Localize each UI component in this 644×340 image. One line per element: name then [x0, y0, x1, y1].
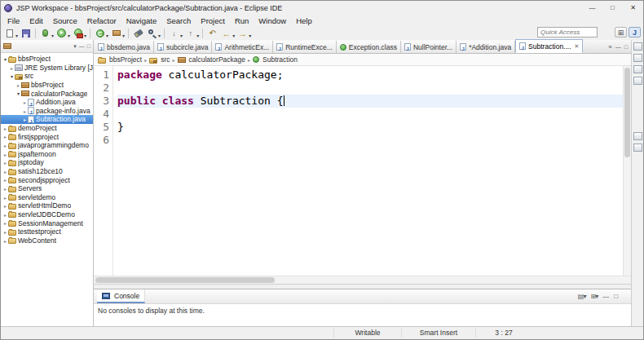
- close-icon[interactable]: ✕: [575, 43, 580, 50]
- menu-file[interactable]: File: [2, 16, 24, 25]
- vertical-scrollbar[interactable]: [623, 66, 631, 276]
- expand-arrow-icon[interactable]: [2, 151, 8, 158]
- chevron-down-icon[interactable]: [232, 26, 235, 41]
- menu-help[interactable]: Help: [291, 16, 317, 25]
- expand-arrow-icon[interactable]: [2, 142, 8, 149]
- editor-tab-bbsdemo[interactable]: bbsdemo.java: [95, 41, 154, 53]
- chevron-down-icon[interactable]: [249, 26, 251, 41]
- quick-access-input[interactable]: [537, 27, 598, 38]
- chevron-down-icon[interactable]: [68, 26, 70, 41]
- scrollbar-thumb[interactable]: [95, 277, 275, 283]
- minimize-button[interactable]: —: [582, 1, 602, 15]
- line-number[interactable]: 1: [94, 68, 109, 82]
- menu-source[interactable]: Source: [48, 16, 82, 25]
- breadcrumb-item-class[interactable]: Subtraction: [253, 55, 298, 64]
- expand-arrow-icon[interactable]: [2, 237, 8, 245]
- forward-button[interactable]: [236, 27, 252, 39]
- last-edit-location-button[interactable]: [205, 27, 219, 39]
- menu-navigate[interactable]: Navigate: [121, 16, 162, 25]
- tree-item-webcontent[interactable]: WebContent: [1, 236, 93, 245]
- tree-item-servletjdbcdemo[interactable]: servletJDBCDemo: [1, 210, 93, 219]
- open-perspective-icon[interactable]: [615, 27, 627, 38]
- line-number[interactable]: 4: [94, 108, 109, 121]
- chevron-down-icon[interactable]: [51, 26, 54, 41]
- menu-search[interactable]: Search: [161, 16, 196, 25]
- expand-arrow-icon[interactable]: [2, 168, 8, 175]
- tree-item-src[interactable]: src: [1, 72, 93, 81]
- chevron-down-icon[interactable]: [84, 26, 86, 41]
- line-number[interactable]: 2: [94, 82, 109, 95]
- collapse-arrow-icon[interactable]: [2, 55, 8, 63]
- expand-arrow-icon[interactable]: [9, 64, 15, 72]
- new-wizard-button[interactable]: [2, 27, 19, 39]
- expand-arrow-icon[interactable]: [2, 211, 8, 219]
- tree-item-calculatorpackage[interactable]: calculatorPackage: [1, 89, 93, 98]
- tree-item-servers[interactable]: Servers: [1, 184, 93, 193]
- line-number[interactable]: 6: [94, 134, 109, 147]
- expand-arrow-icon[interactable]: [2, 176, 8, 183]
- restore-pane-icon[interactable]: [633, 42, 642, 51]
- snippets-view-icon[interactable]: [633, 77, 642, 85]
- tree-item-firstjspproject[interactable]: firstjspproject: [1, 132, 93, 141]
- expand-arrow-icon[interactable]: [2, 202, 8, 210]
- tree-item-satish12bce10[interactable]: satish12bce10: [1, 167, 93, 176]
- scrollbar-thumb[interactable]: [624, 68, 630, 157]
- code-line-3[interactable]: public class Subtraction {: [117, 95, 623, 108]
- maximize-editor-icon[interactable]: [624, 44, 628, 50]
- editor-tab-runtimeexce[interactable]: RuntimeExce...: [273, 41, 337, 53]
- caret-position-status[interactable]: 3 : 27: [475, 329, 532, 338]
- tree-item-jsptoday[interactable]: jsptoday: [1, 158, 93, 167]
- tree-item-subtraction-java[interactable]: Subtraction.java: [1, 115, 93, 124]
- debug-button[interactable]: [38, 27, 55, 39]
- expand-arrow-icon[interactable]: [2, 133, 8, 140]
- maximize-console-icon[interactable]: [614, 293, 618, 300]
- new-java-class-button[interactable]: [93, 27, 109, 39]
- expand-arrow-icon[interactable]: [2, 159, 8, 166]
- tree-item-bbsproject[interactable]: bbsProject: [1, 55, 93, 64]
- tree-item-jspafternoon[interactable]: jspafternoon: [1, 150, 93, 159]
- open-task-button[interactable]: [131, 27, 145, 39]
- collapse-arrow-icon[interactable]: [15, 90, 21, 97]
- javaee-perspective-icon[interactable]: [629, 27, 641, 38]
- maximize-view-icon[interactable]: [87, 43, 90, 49]
- tree-item-addition-java[interactable]: Addition.java: [1, 98, 93, 107]
- run-external-tools-button[interactable]: [71, 27, 87, 39]
- minimize-console-icon[interactable]: [602, 293, 609, 300]
- view-menu-icon[interactable]: [73, 43, 77, 49]
- code-line-4[interactable]: [117, 108, 623, 121]
- code-line-2[interactable]: [117, 82, 623, 95]
- previous-annotation-button[interactable]: [183, 27, 200, 39]
- expand-arrow-icon[interactable]: [2, 194, 8, 201]
- tree-item-package-info-java[interactable]: package-info.java: [1, 107, 93, 116]
- tree-item-secondjspproject[interactable]: secondjspproject: [1, 175, 93, 184]
- code-line-5[interactable]: }: [117, 121, 623, 134]
- tree-item-servlethtmldemo[interactable]: servletHtmlDemo: [1, 201, 93, 210]
- minimize-view-icon[interactable]: [79, 43, 85, 49]
- chevron-down-icon[interactable]: [122, 26, 125, 41]
- next-annotation-button[interactable]: [167, 27, 183, 39]
- expand-arrow-icon[interactable]: [22, 99, 28, 106]
- display-selected-console-icon[interactable]: [578, 293, 586, 300]
- maximize-button[interactable]: □: [602, 1, 623, 15]
- line-number[interactable]: 5: [94, 121, 109, 134]
- editor-tab-exception-class[interactable]: Exception.class: [337, 41, 401, 53]
- back-button[interactable]: [219, 27, 236, 39]
- horizontal-scrollbar[interactable]: [94, 276, 631, 284]
- tab-overflow-chevron-icon[interactable]: »: [608, 43, 611, 51]
- chevron-down-icon[interactable]: [158, 26, 161, 41]
- tree-item-testtestproject[interactable]: testtestproject: [1, 227, 93, 236]
- tree-item-jre-system-library[interactable]: JRE System Library [Java...: [1, 64, 93, 73]
- editor-tab-subtraction[interactable]: Subtraction....✕: [515, 39, 583, 53]
- line-number[interactable]: 3: [94, 95, 109, 108]
- tree-item-sessionmanagement[interactable]: SessionManagement: [1, 219, 93, 227]
- code-text-area[interactable]: package calculatorPackage; public class …: [113, 66, 623, 276]
- expand-arrow-icon[interactable]: [2, 125, 8, 132]
- chevron-down-icon[interactable]: [106, 26, 108, 41]
- expand-arrow-icon[interactable]: [22, 116, 28, 123]
- menu-run[interactable]: Run: [230, 16, 254, 25]
- line-number-ruler[interactable]: 1 2 3 4 5 6: [94, 66, 113, 276]
- code-line-1[interactable]: package calculatorPackage;: [117, 68, 623, 82]
- breadcrumb-item-package[interactable]: calculatorPackage: [178, 55, 245, 64]
- editor-tab-nullpointer[interactable]: NullPointer...: [401, 41, 457, 53]
- servers-view-icon[interactable]: [633, 132, 642, 140]
